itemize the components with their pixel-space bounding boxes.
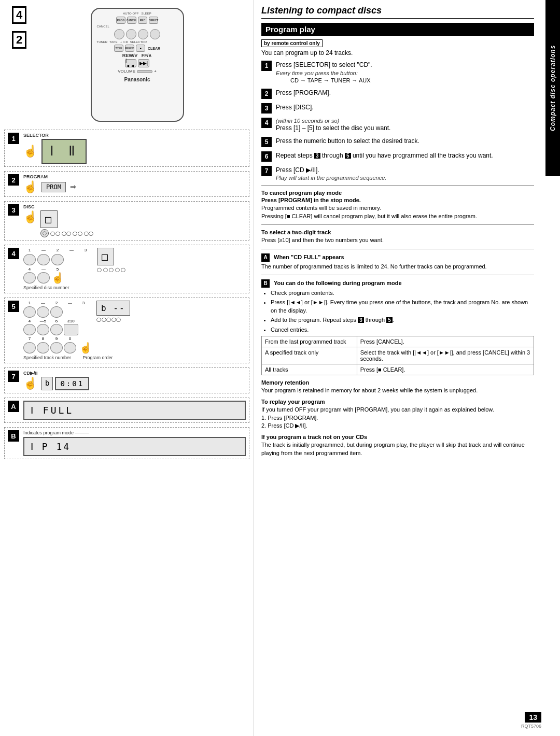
divider-2 — [261, 224, 534, 225]
right-step-1: 1 Press [SELECTOR] to select "CD". Every… — [261, 61, 534, 84]
inline-badge-b-3: 3 — [358, 317, 364, 323]
remote-btn-transport: ▶▶| — [138, 59, 149, 67]
step-1-display: Ⅰ Ⅱ — [41, 139, 87, 164]
divider-3 — [261, 249, 534, 249]
remote-btn: REW/V — [125, 45, 134, 52]
right-step-4-main: Press [1] – [5] to select the disc you w… — [276, 124, 390, 133]
remote-btn: PROG — [116, 17, 125, 24]
note-b-badge: B — [261, 279, 270, 288]
step-5-content: 1 — 2 — 3 4 —5 — [23, 301, 246, 360]
note-b-bullet-2: Add to the program. Repeat steps 3 throu… — [271, 316, 534, 324]
right-step-1-text: Press [SELECTOR] to select "CD". — [276, 61, 372, 69]
cancel-section: To cancel program play mode Press [PROGR… — [261, 190, 534, 220]
right-step-4-note: (within 10 seconds or so) — [276, 118, 390, 124]
right-content: Listening to compact discs Program play … — [261, 5, 553, 457]
disc-btn-4 — [23, 272, 36, 284]
inline-badge-b-5: 5 — [386, 317, 393, 323]
step-5-sublabels: Specified track number Program order — [23, 355, 246, 360]
left-step-1: 1 SELECTOR ☝ Ⅰ Ⅱ — [4, 130, 249, 167]
callout-4: 4 — [12, 6, 26, 24]
right-step-2-text: Press [PROGRAM]. — [276, 89, 331, 97]
step-badge-1: 1 — [8, 133, 19, 144]
remote-btn: DIRECT — [149, 17, 158, 24]
cancel-subtitle: Press [PROGRAM] in the stop mode. — [261, 197, 534, 203]
track-btn-1 — [23, 306, 36, 318]
two-digit-text: Press [≥10] and then the two numbers you… — [261, 236, 534, 244]
right-step-4: 4 (within 10 seconds or so) Press [1] – … — [261, 118, 534, 133]
not-on-cd-section: If you program a track not on your CDs T… — [261, 434, 534, 457]
right-step-5: 5 Press the numeric button to select the… — [261, 137, 534, 147]
cancel-line-1: Programmed contents will be saved in mem… — [261, 204, 534, 212]
step-2-label: PROGRAM — [23, 174, 246, 179]
track-btn-7 — [23, 342, 36, 353]
step-badge-5: 5 — [8, 301, 19, 312]
left-panel: 3 5 7 4 2 1 AUTO OFF SLEEP PROG CANCEL R… — [0, 0, 254, 736]
note-b-title: You can do the following during program … — [274, 280, 402, 286]
section-header: Program play — [261, 23, 534, 36]
table-cell-0-1: Press [CANCEL]. — [357, 336, 534, 347]
table-cell-1-1: Select the track with [|◄◄] or [►►|], an… — [357, 347, 534, 364]
track-btn-gte10 — [64, 324, 78, 335]
right-step-6-text: Repeat steps 3 through 5 until you have … — [276, 151, 493, 160]
note-b-bullet-1: Press [|◄◄] or [►►|]. Every time you pre… — [271, 299, 534, 315]
remote-btn: REC — [138, 17, 147, 24]
divider-4 — [261, 275, 534, 275]
right-step-2: 2 Press [PROGRAM]. — [261, 89, 534, 99]
step-2-content: PROGRAM ☝ PROM ⇒ — [23, 174, 246, 194]
right-step-badge-4: 4 — [261, 118, 272, 128]
remote-brand: Panasonic — [124, 77, 150, 82]
table-cell-2-1: Press [■ CLEAR]. — [357, 364, 534, 375]
right-step-1-sub: Every time you press the button: — [276, 70, 372, 76]
step-B-sublabel: Indicates program mode ——— — [23, 430, 246, 435]
left-step-B: B Indicates program mode ——— Ⅰ P 14 — [4, 427, 249, 459]
note-a-text: The number of programmed tracks is limit… — [261, 263, 534, 271]
step-4-content: 1 — 2 — 3 4 — — [23, 248, 246, 290]
remote-btn: CANCEL — [127, 17, 136, 24]
inline-badge-3: 3 — [314, 153, 320, 159]
note-b-section: B You can do the following during progra… — [261, 279, 534, 375]
page-number: 13 — [525, 712, 541, 723]
not-on-cd-text: The track is initially programmed, but d… — [261, 441, 534, 457]
step-badge-4: 4 — [8, 248, 19, 259]
inline-badge-5: 5 — [345, 153, 351, 159]
step-3-display: □ — [40, 210, 58, 228]
right-step-5-text: Press the numeric button to select the d… — [276, 137, 419, 146]
note-b-bullet-0: Check program contents. — [271, 289, 534, 297]
replay-title: To replay your program — [261, 399, 534, 405]
step-badge-3: 3 — [8, 204, 19, 216]
note-b-bullets: Check program contents. Press [|◄◄] or [… — [271, 289, 534, 334]
disc-icons-row: ◯ ◯ ◯ ◯ ◯ ◯ ◯ ◯ ◯ — [40, 229, 93, 237]
note-b-bullet-3: Cancel entries. — [271, 326, 534, 334]
remote-btn: TYPE — [114, 45, 123, 52]
right-step-7-sub: Play will start in the programmed sequen… — [276, 175, 386, 181]
replay-line-2: 2. Press [CD ▶/II]. — [261, 422, 534, 430]
remote-illustration: 3 5 7 4 2 1 AUTO OFF SLEEP PROG CANCEL R… — [4, 5, 249, 124]
track-btn-9 — [50, 342, 63, 353]
vertical-tab: Compact disc operations — [545, 0, 560, 176]
track-btn-5 — [37, 324, 49, 335]
step-1-label: SELECTOR — [23, 133, 246, 138]
remote-btn-round — [138, 29, 148, 39]
right-step-7: 7 Press [CD ▶/II]. Play will start in th… — [261, 166, 534, 181]
track-btn-3 — [50, 306, 63, 318]
step-B-display: Ⅰ P 14 — [23, 437, 246, 456]
remote-btn-round — [126, 29, 136, 39]
note-a-title: When "CD FULL" appears — [274, 254, 344, 260]
right-step-3: 3 Press [DISC]. — [261, 103, 534, 114]
two-digit-title: To select a two-digit track — [261, 229, 534, 235]
right-panel: Compact disc operations Listening to com… — [254, 0, 560, 736]
step-7-label: CD▶/II — [23, 371, 246, 376]
right-step-badge-1: 1 — [261, 61, 272, 71]
track-btn-6 — [50, 324, 63, 335]
divider-1 — [261, 185, 534, 186]
not-on-cd-title: If you program a track not on your CDs — [261, 434, 534, 440]
right-step-6: 6 Repeat steps 3 through 5 until you hav… — [261, 151, 534, 162]
disc-btn-1 — [23, 254, 36, 265]
note-a-badge: A — [261, 253, 270, 262]
track-btn-0 — [64, 342, 76, 353]
right-step-badge-7: 7 — [261, 166, 272, 176]
table-cell-1-0: A specified track only — [262, 347, 357, 364]
track-btn-8 — [37, 342, 49, 353]
memory-text: Your program is retained in memory for a… — [261, 387, 534, 394]
note-a-section: A When "CD FULL" appears The number of p… — [261, 253, 534, 271]
